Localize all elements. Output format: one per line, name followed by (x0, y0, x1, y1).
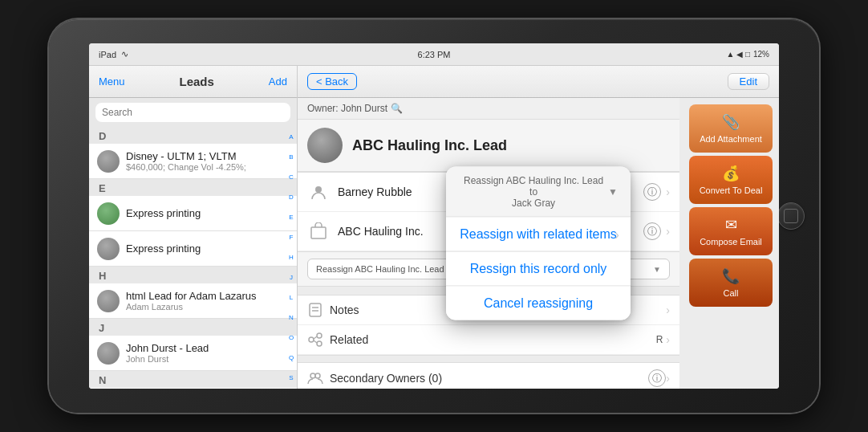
svg-point-5 (309, 337, 314, 342)
home-button[interactable] (777, 202, 805, 230)
svg-point-11 (315, 373, 320, 378)
lead-text: John Durst - Lead John Durst (126, 342, 289, 364)
email-icon: ✉ (725, 216, 737, 234)
call-button[interactable]: 📞 Call (689, 259, 773, 307)
leads-search-input[interactable] (95, 103, 290, 122)
chevron-right-icon: › (666, 372, 670, 385)
svg-line-8 (314, 336, 317, 339)
list-item[interactable]: Disney - ULTM 1; VLTM $460,000; Change V… (89, 144, 297, 179)
lead-name: Express printing (126, 242, 289, 255)
chevron-right-icon: › (666, 225, 670, 238)
related-row[interactable]: Related R › (298, 325, 679, 355)
context-menu-header-text: Reassign ABC Hauling Inc. Lead toJack Gr… (459, 175, 608, 209)
svg-rect-1 (311, 227, 326, 238)
cancel-reassign-label: Cancel reassigning (484, 296, 593, 310)
avatar (97, 290, 120, 312)
deal-icon: 💰 (722, 165, 740, 182)
content-area: Menu Leads Add D Disney - ULTM 1; VLTM (89, 66, 779, 389)
list-item[interactable]: Nursing Home Lead Bettys White (89, 388, 297, 389)
signal-icons: ▲ ◀ □ (726, 50, 750, 59)
detail-header: ABC Hauling Inc. Lead (298, 120, 679, 172)
status-left: iPad ∿ (99, 49, 128, 59)
svg-rect-2 (310, 304, 321, 316)
company-icon (307, 220, 330, 242)
svg-point-7 (317, 341, 322, 346)
context-menu-arrow-icon: ▼ (608, 186, 618, 198)
leads-add-button[interactable]: Add (269, 75, 287, 88)
status-bar: iPad ∿ 6:23 PM ▲ ◀ □ 12% (89, 43, 779, 66)
lead-title: ABC Hauling Inc. Lead (352, 137, 507, 154)
edit-button[interactable]: Edit (728, 73, 769, 90)
ipad-screen: iPad ∿ 6:23 PM ▲ ◀ □ 12% Menu Leads Add (89, 43, 779, 389)
ipad-shell: iPad ∿ 6:23 PM ▲ ◀ □ 12% Menu Leads Add (49, 19, 819, 413)
paperclip-icon: 📎 (722, 113, 740, 131)
leads-title: Leads (180, 75, 214, 88)
avatar (97, 202, 120, 225)
notes-label: Notes (330, 304, 359, 316)
lead-subtitle: Adam Lazarus (126, 302, 289, 312)
leads-search-container (89, 98, 297, 127)
list-item[interactable]: html Lead for Adam Lazarus Adam Lazarus (89, 283, 297, 319)
back-button[interactable]: < Back (307, 73, 357, 90)
index-bar: A B C D E F H J L N O Q S (287, 127, 295, 389)
section-header-d: D (89, 127, 297, 144)
svg-point-0 (315, 186, 322, 193)
list-item[interactable]: Express printing (89, 196, 297, 231)
company-row-actions: ⓘ › (643, 222, 670, 240)
leads-list: D Disney - ULTM 1; VLTM $460,000; Change… (89, 127, 297, 389)
add-attachment-button[interactable]: 📎 Add Attachment (689, 104, 773, 153)
home-button-inner (784, 209, 798, 223)
chevron-right-icon: › (666, 333, 670, 346)
detail-avatar (307, 128, 343, 163)
convert-deal-button[interactable]: 💰 Convert To Deal (689, 156, 773, 204)
cancel-reassign-item[interactable]: Cancel reassigning (446, 287, 631, 320)
contact-row-actions: ⓘ › (643, 183, 670, 201)
lead-text: html Lead for Adam Lazarus Adam Lazarus (126, 290, 289, 312)
convert-deal-label: Convert To Deal (700, 185, 763, 195)
lead-name: Express printing (126, 207, 289, 219)
reassign-related-item[interactable]: Reassign with related items (446, 218, 631, 252)
related-item: R (656, 334, 663, 345)
phone-icon: 📞 (722, 267, 740, 285)
context-menu: Reassign ABC Hauling Inc. Lead toJack Gr… (446, 167, 631, 320)
owner-label: Owner: John Durst (307, 103, 387, 114)
secondary-owners-label: Secondary Owners (0) (330, 372, 442, 385)
compose-email-button[interactable]: ✉ Compose Email (689, 207, 773, 255)
info-button[interactable]: ⓘ (643, 183, 661, 201)
action-buttons: 📎 Add Attachment 💰 Convert To Deal ✉ Com… (683, 98, 779, 313)
svg-point-6 (317, 333, 322, 338)
lead-name: John Durst - Lead (126, 342, 289, 354)
wifi-icon: ∿ (121, 49, 128, 59)
section-header-h: H (89, 267, 297, 283)
contact-icon (307, 181, 330, 203)
secondary-owners-section: Secondary Owners (0) ⓘ › (298, 362, 679, 389)
info-button[interactable]: ⓘ (648, 369, 666, 387)
reassign-related-label: Reassign with related items (460, 227, 617, 242)
section-header-n: N (89, 371, 297, 388)
avatar (97, 150, 120, 173)
status-time: 6:23 PM (418, 50, 451, 59)
search-icon[interactable]: 🔍 (391, 103, 403, 114)
related-label: Related (330, 333, 368, 346)
section-header-e: E (89, 179, 297, 196)
dropdown-arrow-icon: ▼ (653, 265, 661, 274)
avatar (97, 342, 120, 365)
reassign-record-item[interactable]: Ressign this record only (446, 252, 631, 287)
lead-text: Disney - ULTM 1; VLTM $460,000; Change V… (126, 150, 289, 172)
list-item[interactable]: Express printing (89, 231, 297, 267)
compose-email-label: Compose Email (700, 237, 762, 247)
section-header-j: J (89, 319, 297, 336)
reassign-record-label: Ressign this record only (470, 262, 607, 275)
list-item[interactable]: John Durst - Lead John Durst (89, 336, 297, 371)
add-attachment-label: Add Attachment (700, 134, 762, 144)
owner-row: Owner: John Durst 🔍 (298, 98, 679, 120)
secondary-owners-row[interactable]: Secondary Owners (0) ⓘ › (298, 363, 679, 389)
leads-header: Menu Leads Add (89, 66, 297, 98)
lead-name: html Lead for Adam Lazarus (126, 290, 289, 302)
lead-subtitle: John Durst (126, 354, 289, 364)
info-button[interactable]: ⓘ (643, 222, 661, 240)
right-panel: < Back Edit Owner: John Durst 🔍 ABC Haul… (298, 66, 779, 389)
avatar (97, 238, 120, 260)
leads-menu-button[interactable]: Menu (99, 75, 125, 88)
lead-text: Express printing (126, 207, 289, 219)
